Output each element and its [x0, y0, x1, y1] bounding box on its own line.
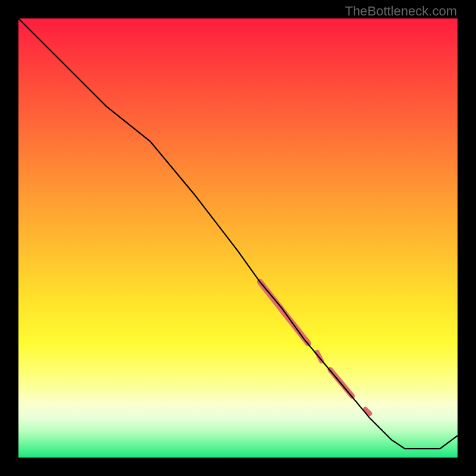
gradient-plot-area [18, 18, 458, 458]
chart-svg [18, 18, 458, 458]
chart-frame: TheBottleneck.com [0, 0, 476, 476]
bottleneck-line [18, 18, 458, 449]
attribution-watermark: TheBottleneck.com [345, 4, 457, 19]
